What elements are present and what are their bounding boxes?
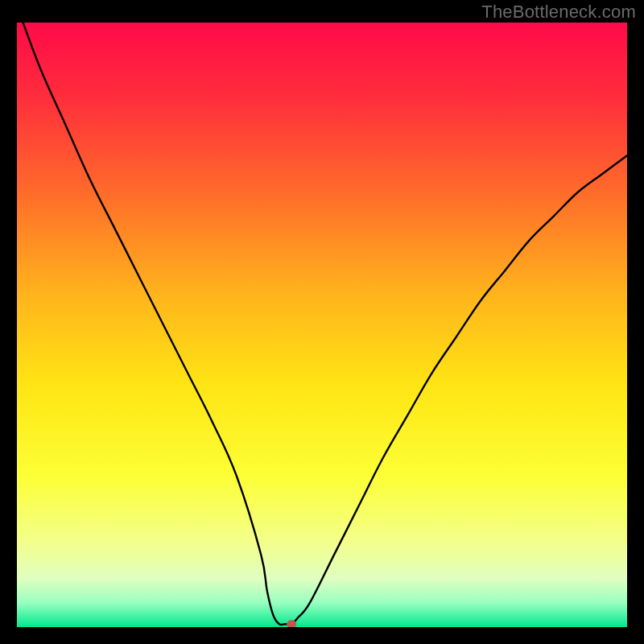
plot-svg: [17, 23, 627, 627]
chart-frame: TheBottleneck.com: [0, 0, 644, 644]
plot-area: [17, 23, 627, 627]
watermark-text: TheBottleneck.com: [481, 2, 636, 23]
gradient-background: [17, 23, 627, 627]
